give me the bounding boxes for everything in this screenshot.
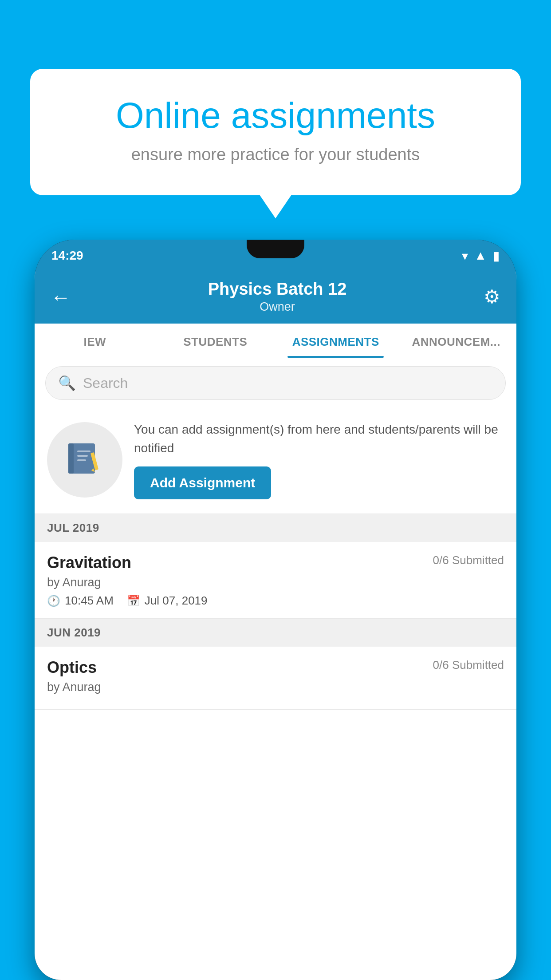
- phone-inner: ← Physics Batch 12 Owner ⚙ IEW STUDENTS …: [35, 272, 516, 980]
- speech-bubble-container: Online assignments ensure more practice …: [30, 69, 521, 195]
- battery-icon: ▮: [493, 249, 500, 263]
- status-icons: ▾ ▲ ▮: [462, 249, 500, 263]
- promo-description: You can add assignment(s) from here and …: [134, 420, 504, 458]
- section-header-jun: JUN 2019: [35, 619, 516, 647]
- promo-right: You can add assignment(s) from here and …: [134, 420, 504, 499]
- svg-rect-5: [77, 455, 88, 457]
- assignment-meta: 🕐 10:45 AM 📅 Jul 07, 2019: [47, 594, 504, 608]
- speech-bubble: Online assignments ensure more practice …: [30, 69, 521, 195]
- clock-icon: 🕐: [47, 595, 60, 607]
- status-time: 14:29: [51, 249, 83, 263]
- signal-icon: ▲: [474, 249, 487, 263]
- add-assignment-button[interactable]: Add Assignment: [134, 466, 271, 499]
- phone-notch: [247, 240, 304, 258]
- assignment-by-optics: by Anurag: [47, 680, 504, 694]
- svg-rect-4: [77, 450, 91, 452]
- svg-rect-1: [68, 443, 74, 474]
- assignment-submitted-optics: 0/6 Submitted: [433, 658, 504, 672]
- app-header: ← Physics Batch 12 Owner ⚙: [35, 272, 516, 324]
- notebook-icon: [65, 440, 105, 480]
- svg-rect-6: [77, 459, 86, 461]
- tab-bar: IEW STUDENTS ASSIGNMENTS ANNOUNCEM...: [35, 324, 516, 358]
- tab-assignments[interactable]: ASSIGNMENTS: [276, 324, 396, 358]
- search-placeholder: Search: [83, 375, 128, 391]
- notebook-icon-circle: [47, 422, 122, 498]
- assignment-name: Gravitation: [47, 553, 131, 572]
- tab-students[interactable]: STUDENTS: [155, 324, 276, 358]
- tab-iew[interactable]: IEW: [35, 324, 155, 358]
- svg-rect-0: [70, 443, 95, 474]
- speech-bubble-subtitle: ensure more practice for your students: [61, 145, 490, 164]
- assignment-submitted: 0/6 Submitted: [433, 553, 504, 567]
- phone-frame: 14:29 ▾ ▲ ▮ ← Physics Batch 12 Owner ⚙ I…: [35, 240, 516, 980]
- assignment-by: by Anurag: [47, 576, 504, 589]
- status-bar: 14:29 ▾ ▲ ▮: [35, 240, 516, 272]
- assignment-top-row: Gravitation 0/6 Submitted: [47, 553, 504, 572]
- add-assignment-promo: You can add assignment(s) from here and …: [35, 408, 516, 514]
- search-icon: 🔍: [58, 375, 76, 391]
- wifi-icon: ▾: [462, 249, 468, 263]
- back-button[interactable]: ←: [51, 285, 71, 309]
- assignment-date: 📅 Jul 07, 2019: [127, 594, 208, 608]
- header-center: Physics Batch 12 Owner: [208, 280, 347, 314]
- assignment-name-optics: Optics: [47, 658, 97, 677]
- assignment-item-gravitation[interactable]: Gravitation 0/6 Submitted by Anurag 🕐 10…: [35, 542, 516, 619]
- section-header-jul: JUL 2019: [35, 514, 516, 542]
- scrollable-content: 🔍 Search: [35, 358, 516, 980]
- assignment-top-row-optics: Optics 0/6 Submitted: [47, 658, 504, 677]
- speech-bubble-title: Online assignments: [61, 95, 490, 135]
- calendar-icon: 📅: [127, 595, 140, 607]
- settings-button[interactable]: ⚙: [484, 286, 500, 308]
- assignment-item-optics[interactable]: Optics 0/6 Submitted by Anurag: [35, 647, 516, 710]
- search-bar-container: 🔍 Search: [35, 358, 516, 408]
- header-title: Physics Batch 12: [208, 280, 347, 299]
- assignment-time: 🕐 10:45 AM: [47, 594, 114, 608]
- tab-announcements[interactable]: ANNOUNCEM...: [396, 324, 517, 358]
- search-bar[interactable]: 🔍 Search: [45, 366, 506, 400]
- header-subtitle: Owner: [208, 300, 347, 314]
